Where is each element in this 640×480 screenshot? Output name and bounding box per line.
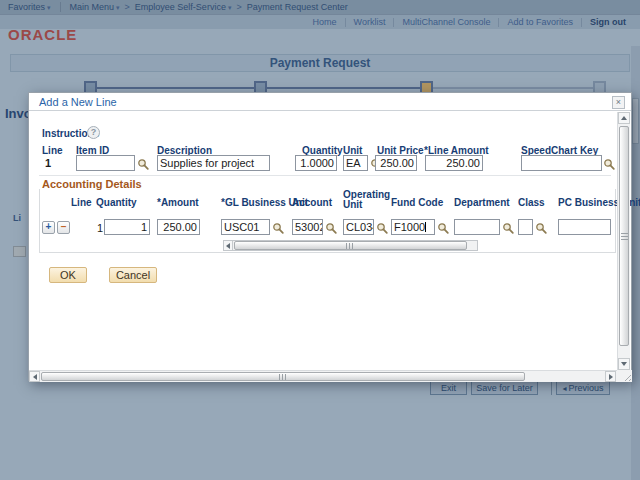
row-amount-input[interactable]: 250.00: [157, 219, 200, 235]
gl-business-unit-lookup-icon[interactable]: [272, 221, 285, 234]
row-operating-unit-input[interactable]: CL034: [343, 219, 374, 235]
scroll-up-icon[interactable]: [618, 112, 630, 124]
scrollbar-grip: [279, 374, 288, 380]
row-pc-business-unit-input[interactable]: [558, 219, 611, 235]
col-header-account: Account: [292, 197, 332, 208]
dialog-title: Add a New Line: [39, 96, 117, 108]
application-window: Favorites▾ Main Menu▾ > Employee Self-Se…: [0, 0, 640, 480]
account-lookup-icon[interactable]: [325, 221, 338, 234]
row-line-number: 1: [97, 222, 103, 234]
scroll-down-icon[interactable]: [618, 358, 630, 370]
unit-price-input[interactable]: 250.00: [375, 155, 417, 171]
close-icon[interactable]: ×: [612, 96, 625, 109]
row-gl-business-unit-input[interactable]: USC01: [221, 219, 270, 235]
grid-horizontal-scrollbar[interactable]: [223, 240, 478, 251]
grid-scrollbar-thumb[interactable]: [234, 241, 467, 250]
row-account-input[interactable]: 53002: [292, 219, 323, 235]
resize-grip[interactable]: [617, 370, 632, 382]
line-number-value: 1: [45, 157, 51, 169]
col-header-operating-unit: Operating Unit: [343, 190, 389, 210]
item-id-lookup-icon[interactable]: [137, 157, 150, 170]
col-header-department: Department: [454, 197, 510, 208]
col-header-line: Line: [71, 197, 92, 208]
help-icon[interactable]: ?: [87, 126, 100, 139]
line-amount-input[interactable]: 250.00: [425, 155, 483, 171]
item-id-input[interactable]: [76, 155, 135, 171]
operating-unit-lookup-icon[interactable]: [376, 221, 389, 234]
scrollbar-grip: [346, 243, 355, 249]
col-header-class: Class: [518, 197, 545, 208]
text-cursor: [425, 222, 426, 232]
class-lookup-icon[interactable]: [535, 221, 548, 234]
scroll-left-icon[interactable]: [29, 371, 40, 382]
dialog-horizontal-scrollbar[interactable]: [29, 370, 617, 382]
fund-code-value: F1000: [394, 221, 425, 233]
description-input[interactable]: Supplies for project: [157, 155, 270, 171]
speedchart-key-input[interactable]: [521, 155, 602, 171]
divider: [39, 175, 611, 176]
cancel-button[interactable]: Cancel: [109, 267, 157, 283]
col-header-fund-code: Fund Code: [391, 197, 443, 208]
dialog-title-bar: Add a New Line: [29, 93, 631, 111]
speedchart-lookup-icon[interactable]: [603, 157, 616, 170]
col-header-quantity: Quantity: [96, 197, 137, 208]
col-header-amount: *Amount: [157, 197, 199, 208]
remove-row-button[interactable]: –: [57, 221, 70, 234]
ok-button[interactable]: OK: [49, 267, 87, 283]
scrollbar-grip: [621, 232, 628, 240]
scroll-right-icon[interactable]: [605, 371, 616, 382]
add-row-button[interactable]: +: [42, 221, 55, 234]
row-department-input[interactable]: [454, 219, 500, 235]
dialog-vertical-scrollbar[interactable]: [617, 112, 630, 370]
row-class-input[interactable]: [518, 219, 533, 235]
fund-code-lookup-icon[interactable]: [437, 221, 450, 234]
department-lookup-icon[interactable]: [502, 221, 515, 234]
line-label: Line: [42, 145, 63, 156]
grid-scroll-left-icon[interactable]: [224, 241, 233, 250]
unit-input[interactable]: EA: [343, 155, 368, 171]
vertical-scrollbar-thumb[interactable]: [619, 126, 629, 346]
row-fund-code-input[interactable]: F1000: [391, 219, 435, 235]
add-a-new-line-dialog: Add a New Line × Instructions ? Line Ite…: [28, 92, 632, 381]
row-quantity-input[interactable]: 1: [104, 219, 150, 235]
quantity-input[interactable]: 1.0000: [295, 155, 337, 171]
horizontal-scrollbar-thumb[interactable]: [41, 372, 525, 381]
